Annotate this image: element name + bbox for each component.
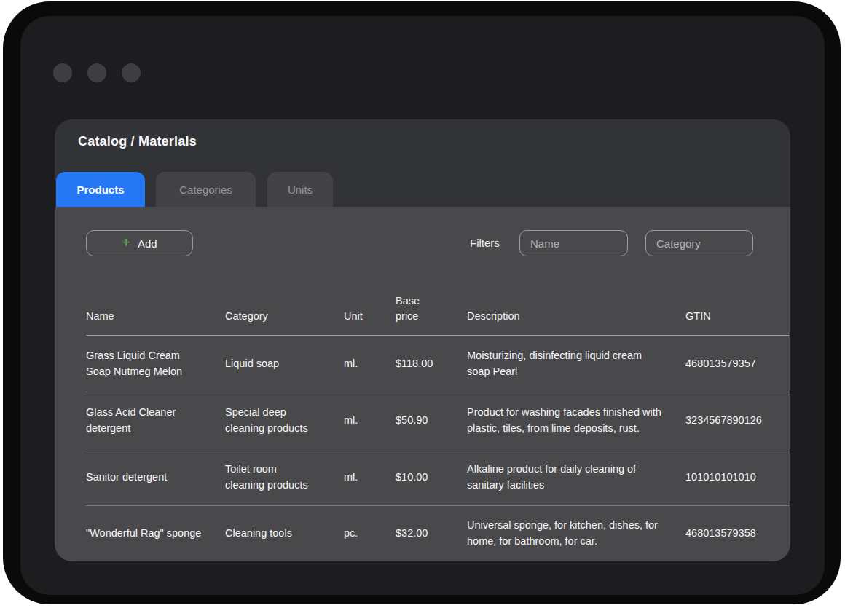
- page-title: Catalog / Materials: [78, 134, 197, 149]
- window-control-dot-2[interactable]: [87, 63, 106, 82]
- window-control-dot-3[interactable]: [122, 63, 141, 82]
- catalog-panel: Catalog / Materials Products Categories …: [55, 119, 790, 561]
- filters-label: Filters: [470, 237, 500, 249]
- cell-category: Special deep cleaning products: [225, 395, 344, 447]
- products-table: Name Category Unit Base price Descriptio…: [86, 256, 789, 561]
- cell-unit: ml.: [344, 346, 396, 382]
- cell-description: Alkaline product for daily cleaning of s…: [467, 451, 685, 504]
- cell-base-price: $50.90: [396, 403, 467, 439]
- cell-unit: pc.: [344, 516, 396, 552]
- cell-name: "Wonderful Rag" sponge: [86, 516, 225, 552]
- panel-body: + Add Filters Name Category Unit Base pr…: [55, 207, 790, 561]
- column-header-unit: Unit: [344, 309, 396, 325]
- column-header-gtin: GTIN: [685, 309, 789, 325]
- add-button-label: Add: [138, 237, 157, 250]
- tab-categories[interactable]: Categories: [156, 172, 256, 207]
- column-header-description: Description: [467, 309, 685, 325]
- cell-unit: ml.: [344, 403, 396, 439]
- column-header-name: Name: [86, 309, 225, 325]
- app-window: Catalog / Materials Products Categories …: [20, 16, 825, 595]
- cell-category: Liquid soap: [225, 346, 344, 382]
- tab-products[interactable]: Products: [56, 172, 145, 207]
- cell-base-price: $32.00: [396, 516, 467, 552]
- cell-name: Grass Liquid Cream Soap Nutmeg Melon: [86, 338, 225, 390]
- window-controls: [53, 63, 141, 82]
- cell-base-price: $10.00: [396, 459, 467, 496]
- cell-unit: ml.: [344, 459, 396, 496]
- cell-description: Moisturizing, disinfecting liquid cream …: [467, 338, 685, 390]
- cell-name: Glass Acid Cleaner detergent: [86, 395, 225, 447]
- table-header-row: Name Category Unit Base price Descriptio…: [86, 256, 789, 336]
- category-filter-input[interactable]: [645, 230, 753, 256]
- name-filter-input[interactable]: [519, 230, 628, 256]
- cell-gtin: 3234567890126: [685, 403, 789, 439]
- cell-base-price: $118.00: [396, 346, 467, 382]
- panel-header: Catalog / Materials Products Categories …: [55, 119, 790, 207]
- cell-category: Cleaning tools: [225, 516, 344, 552]
- tab-products-label: Products: [76, 183, 124, 196]
- table-row[interactable]: Grass Liquid Cream Soap Nutmeg Melon Liq…: [86, 336, 789, 392]
- column-header-base-price: Base price: [396, 293, 467, 325]
- table-row[interactable]: Glass Acid Cleaner detergent Special dee…: [86, 392, 789, 449]
- cell-description: Universal sponge, for kitchen, dishes, f…: [467, 508, 685, 560]
- add-button[interactable]: + Add: [86, 230, 193, 256]
- plus-icon: +: [122, 235, 130, 250]
- table-row[interactable]: "Wonderful Rag" sponge Cleaning tools pc…: [86, 506, 789, 561]
- tab-units[interactable]: Units: [267, 172, 333, 207]
- tab-units-label: Units: [288, 183, 313, 196]
- tab-categories-label: Categories: [179, 183, 232, 196]
- column-header-category: Category: [225, 309, 344, 325]
- window-control-dot-1[interactable]: [53, 63, 72, 82]
- cell-gtin: 468013579357: [685, 346, 789, 382]
- cell-gtin: 468013579358: [685, 516, 789, 552]
- cell-description: Product for washing facades finished wit…: [467, 395, 685, 447]
- cell-gtin: 101010101010: [685, 459, 789, 496]
- cell-name: Sanitor detergent: [86, 459, 225, 496]
- table-row[interactable]: Sanitor detergent Toilet room cleaning p…: [86, 449, 789, 506]
- cell-category: Toilet room cleaning products: [225, 451, 344, 504]
